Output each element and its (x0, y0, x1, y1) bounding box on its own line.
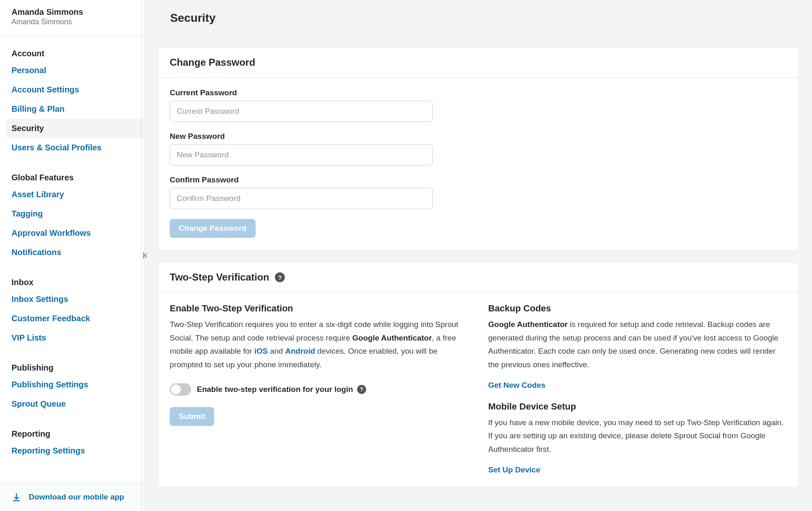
change-password-heading: Change Password (170, 57, 255, 68)
nav-section-publishing: Publishing Publishing Settings Sprout Qu… (0, 350, 144, 416)
backup-codes-text: Google Authenticator is required for set… (488, 318, 787, 372)
nav-section-reporting: Reporting Reporting Settings (0, 416, 144, 463)
sidebar-item-security[interactable]: Security (6, 119, 143, 138)
card-header: Change Password (158, 48, 798, 78)
page-header: Security (145, 0, 812, 36)
two-step-submit-button[interactable]: Submit (170, 407, 214, 426)
enable-two-step-text: Two-Step Verification requires you to en… (170, 318, 468, 372)
collapse-sidebar-button[interactable] (140, 250, 152, 261)
current-password-label: Current Password (170, 88, 787, 97)
collapse-icon (141, 251, 150, 260)
content-scroll[interactable]: Change Password Current Password New Pas… (145, 36, 812, 511)
sidebar-item-billing-plan[interactable]: Billing & Plan (6, 99, 143, 119)
help-icon[interactable]: ? (275, 272, 285, 282)
sidebar-item-account-settings[interactable]: Account Settings (6, 80, 143, 99)
sidebar-item-publishing-settings[interactable]: Publishing Settings (6, 375, 143, 394)
change-password-card: Change Password Current Password New Pas… (158, 47, 799, 251)
nav-section-title: Publishing (12, 354, 138, 375)
backup-codes-heading: Backup Codes (488, 303, 787, 314)
download-icon (12, 492, 21, 502)
confirm-password-label: Confirm Password (170, 175, 787, 184)
two-step-card: Two-Step Verification ? Enable Two-Step … (158, 262, 799, 487)
nav-section-title: Reporting (12, 420, 138, 441)
mobile-setup-heading: Mobile Device Setup (488, 401, 787, 412)
nav-section-title: Inbox (12, 269, 138, 290)
nav-section-account: Account Personal Account Settings Billin… (0, 36, 144, 160)
set-up-device-link[interactable]: Set Up Device (488, 465, 787, 474)
profile-name: Amanda Simmons (12, 7, 133, 17)
sidebar-item-inbox-settings[interactable]: Inbox Settings (6, 290, 143, 309)
nav-section-global: Global Features Asset Library Tagging Ap… (0, 160, 144, 265)
confirm-password-input[interactable] (170, 188, 433, 209)
two-step-toggle-label: Enable two-step verification for your lo… (197, 385, 366, 394)
ios-link[interactable]: iOS (254, 347, 268, 355)
card-body: Enable Two-Step Verification Two-Step Ve… (158, 292, 798, 487)
profile-sub: Amanda Simmons (12, 18, 133, 26)
current-password-input[interactable] (170, 101, 433, 122)
main: Security Change Password Current Passwor… (145, 0, 812, 511)
mobile-setup-text: If you have a new mobile device, you may… (488, 416, 787, 456)
enable-two-step-heading: Enable Two-Step Verification (170, 303, 468, 314)
nav-section-title: Account (12, 40, 138, 61)
sidebar-scroll[interactable]: Amanda Simmons Amanda Simmons Account Pe… (0, 0, 144, 511)
card-body: Current Password New Password Confirm Pa… (158, 78, 798, 250)
sidebar-item-tagging[interactable]: Tagging (6, 204, 143, 223)
sidebar-item-asset-library[interactable]: Asset Library (6, 185, 143, 204)
card-header: Two-Step Verification ? (158, 262, 798, 292)
sidebar-item-personal[interactable]: Personal (6, 61, 143, 80)
get-new-codes-link[interactable]: Get New Codes (488, 381, 787, 390)
nav-section-inbox: Inbox Inbox Settings Customer Feedback V… (0, 265, 144, 350)
android-link[interactable]: Android (285, 347, 315, 355)
download-mobile-app[interactable]: Download our mobile app (0, 483, 144, 511)
sidebar-item-approval-workflows[interactable]: Approval Workflows (6, 223, 143, 243)
two-step-enable-col: Enable Two-Step Verification Two-Step Ve… (170, 303, 468, 474)
profile-block: Amanda Simmons Amanda Simmons (0, 0, 144, 36)
download-label: Download our mobile app (29, 493, 124, 502)
two-step-right-col: Backup Codes Google Authenticator is req… (488, 303, 787, 474)
new-password-label: New Password (170, 132, 787, 141)
sidebar-item-reporting-settings[interactable]: Reporting Settings (6, 441, 143, 460)
change-password-button[interactable]: Change Password (170, 219, 256, 238)
sidebar-item-sprout-queue[interactable]: Sprout Queue (6, 394, 143, 414)
new-password-input[interactable] (170, 144, 433, 166)
page-title: Security (170, 12, 787, 25)
sidebar: Amanda Simmons Amanda Simmons Account Pe… (0, 0, 145, 511)
two-step-toggle[interactable]: ✓ (170, 383, 191, 396)
sidebar-item-notifications[interactable]: Notifications (6, 243, 143, 262)
help-icon[interactable]: ? (357, 385, 366, 394)
toggle-knob (171, 384, 181, 394)
sidebar-item-vip-lists[interactable]: VIP Lists (6, 328, 143, 348)
nav-section-title: Global Features (12, 164, 138, 185)
sidebar-item-customer-feedback[interactable]: Customer Feedback (6, 309, 143, 328)
sidebar-item-users-social[interactable]: Users & Social Profiles (6, 138, 143, 157)
two-step-heading: Two-Step Verification (170, 272, 269, 283)
